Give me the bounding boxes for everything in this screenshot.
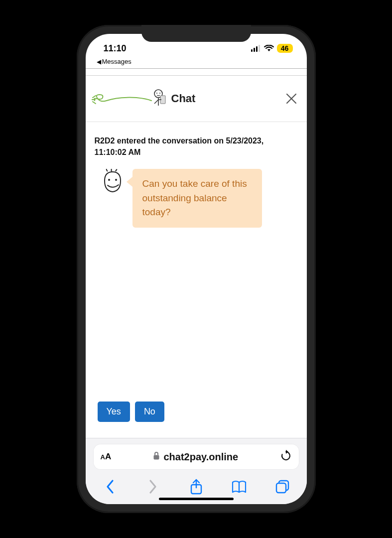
svg-line-11 [154,100,158,104]
svg-rect-22 [276,483,286,493]
battery-level-badge: 46 [277,44,293,53]
lock-icon [153,451,160,462]
tabs-icon [275,479,290,494]
url-display[interactable]: chat2pay.online [118,451,272,463]
wifi-icon [264,45,274,52]
sheet-peek [86,69,307,76]
home-indicator[interactable] [159,498,234,500]
chat-logo-icon [92,87,166,111]
share-button[interactable] [188,478,205,495]
back-to-app-breadcrumb[interactable]: ◀ Messages [86,58,307,68]
text-size-button[interactable]: AA [101,452,112,462]
system-message: R2D2 entered the conversation on 5/23/20… [95,135,298,158]
quick-reply-row: Yes No [95,402,298,429]
address-bar[interactable]: AA chat2pay.online [94,444,299,469]
nav-back-button[interactable] [102,478,119,495]
tabs-button[interactable] [274,478,291,495]
phone-frame: 11:10 46 [77,25,316,513]
device-notch [141,25,251,42]
svg-point-16 [108,179,110,181]
agent-avatar-icon [100,169,126,195]
svg-line-4 [93,96,96,98]
yes-button[interactable]: Yes [98,402,130,422]
nav-forward-button[interactable] [144,478,161,495]
svg-rect-1 [254,48,255,52]
chevron-left-icon [106,479,115,494]
status-time: 11:10 [104,43,127,54]
svg-point-17 [115,179,117,181]
chat-body: R2D2 entered the conversation on 5/23/20… [86,122,307,438]
reload-icon [280,450,292,462]
cellular-signal-icon [251,45,261,52]
url-text: chat2pay.online [164,451,239,463]
svg-rect-3 [259,45,260,52]
chat-title: Chat [171,92,196,105]
agent-message-row: Can you take care of this outstanding ba… [100,169,298,228]
svg-line-5 [93,102,96,104]
reload-button[interactable] [280,450,292,464]
share-icon [190,479,203,495]
back-app-label: Messages [102,58,131,65]
back-arrow-icon: ◀ [97,58,101,65]
svg-point-8 [156,93,157,94]
svg-point-9 [159,93,160,94]
bookmarks-button[interactable] [231,478,248,495]
svg-rect-0 [251,49,253,52]
chat-header: Chat [86,76,307,122]
chevron-right-icon [148,479,157,494]
svg-rect-18 [153,455,159,460]
page-content: Chat R2D2 entered the conversation on 5/… [86,69,307,438]
phone-screen: 11:10 46 [86,34,307,504]
svg-rect-2 [256,46,258,52]
close-chat-button[interactable] [285,92,298,105]
book-icon [231,480,247,494]
agent-message-bubble: Can you take care of this outstanding ba… [132,169,262,228]
browser-chrome: AA chat2pay.online [86,438,307,504]
close-icon [285,92,298,105]
no-button[interactable]: No [135,402,164,422]
status-right: 46 [251,44,293,53]
